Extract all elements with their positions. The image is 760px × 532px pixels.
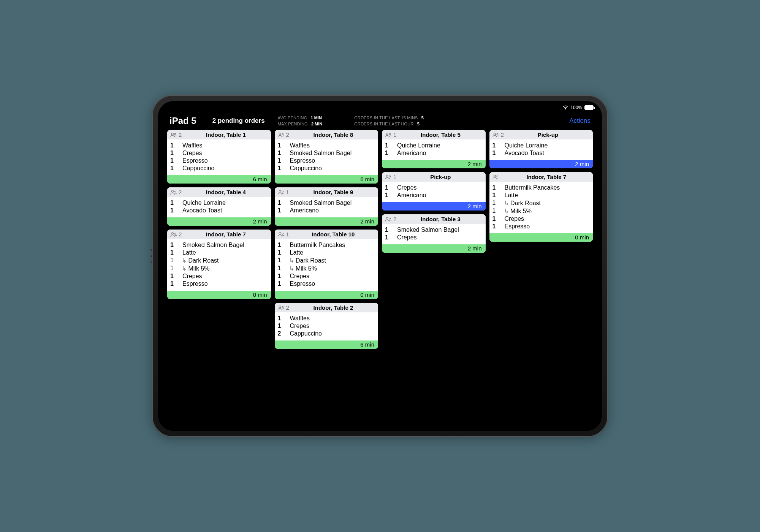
svg-point-19 [386,217,388,219]
order-line: 1 Avocado Toast [170,207,268,214]
order-card[interactable]: 2 Indoor, Table 3 1 Smoked Salmon Bagel … [382,214,486,253]
order-line-qty: 1 [278,165,286,172]
order-line: 1 Cappuccino [278,165,375,172]
people-count: 2 [179,189,182,195]
order-card[interactable]: 2 Indoor, Table 1 1 Waffles 1 Crepes 1 E… [167,130,271,184]
order-card-header: 2 Indoor, Table 2 [275,303,378,312]
order-line-qty: 1 [492,142,501,149]
order-line-name: Buttermilk Pancakes [290,242,375,249]
order-line-name: Smoked Salmon Bagel [290,150,375,157]
people-count: 1 [393,131,396,138]
order-lines: 1 Waffles 1 Crepes 1 Espresso 1 Cappucci… [167,139,271,175]
actions-button[interactable]: Actions [569,117,591,125]
app-title: iPad 5 [169,116,196,126]
order-lines: 1 Smoked Salmon Bagel 1 Americano [275,197,378,217]
order-line: 1 Espresso [170,157,268,165]
order-card-title: Indoor, Table 3 [399,216,481,222]
order-line: 1 Crepes [492,215,590,223]
svg-point-4 [174,191,176,192]
order-line-qty: 1 [492,192,501,199]
svg-point-17 [386,175,388,177]
order-lines: 1 Waffles 1 Crepes 2 Cappuccino [275,312,378,340]
order-line: 1 Cappuccino [170,165,268,172]
order-card-time: 2 min [382,160,486,168]
order-line-qty: 1 [170,165,179,172]
ios-status-bar: 100% [563,105,594,110]
order-card-title: Indoor, Table 4 [185,189,267,195]
order-line-name: Milk 5% [290,265,375,272]
order-line: 1 Milk 5% [278,264,375,272]
order-line-name: Cappuccino [290,165,375,172]
pending-summary: 2 pending orders [212,117,265,125]
order-line: 1 Latte [492,192,590,199]
order-line-name: Americano [290,207,375,214]
order-lines: 1 Quiche Lorraine 1 Avocado Toast [167,197,271,217]
order-card[interactable]: 1 Indoor, Table 10 1 Buttermilk Pancakes… [275,230,378,299]
wifi-icon [563,105,568,110]
order-lines: 1 Buttermilk Pancakes 1 Latte 1 Dark Roa… [275,239,378,291]
order-line-qty: 1 [170,200,179,206]
order-line-qty: 1 [385,226,393,233]
order-card[interactable]: 2 Indoor, Table 8 1 Waffles 1 Smoked Sal… [275,130,378,184]
order-line-name: Waffles [290,315,375,322]
order-line: 1 Dark Roast [170,256,268,264]
order-card[interactable]: 1 Indoor, Table 9 1 Smoked Salmon Bagel … [275,187,378,226]
order-line-qty: 1 [278,257,286,264]
order-line: 1 Buttermilk Pancakes [278,241,375,249]
people-icon: 2 [385,216,396,222]
order-card-title: Indoor, Table 7 [504,174,589,180]
order-line-qty: 1 [170,207,179,214]
order-line: 1 Latte [278,249,375,256]
order-card[interactable]: 2 Pick-up 1 Quiche Lorraine 1 Avocado To… [489,130,593,168]
people-count: 1 [286,189,289,195]
order-card-header: 1 Indoor, Table 10 [275,230,378,239]
order-card[interactable]: 1 Indoor, Table 5 1 Quiche Lorraine 1 Am… [382,130,486,168]
order-card[interactable]: 2 Indoor, Table 4 1 Quiche Lorraine 1 Av… [167,187,271,226]
stat-orders-hour-label: ORDERS IN THE LAST HOUR [354,122,413,126]
order-card-time: 0 min [489,233,593,242]
people-icon: 2 [170,131,182,138]
order-card[interactable]: 1 Pick-up 1 Crepes 1 Americano2 min [382,172,486,211]
stat-avg-pending-label: AVG PENDING [278,116,307,120]
svg-point-1 [171,133,173,135]
svg-point-23 [494,175,496,177]
order-line-qty: 2 [278,330,286,337]
order-line: 1 Smoked Salmon Bagel [278,149,375,157]
app-header: iPad 5 2 pending orders AVG PENDING 1 MI… [167,114,593,130]
order-line-name: Dark Roast [290,257,375,264]
order-card[interactable]: Indoor, Table 7 1 Buttermilk Pancakes 1 … [489,172,593,242]
order-line-qty: 1 [278,157,286,164]
order-line-qty: 1 [492,184,501,191]
order-line-name: Dark Roast [505,200,590,207]
order-line: 1 Waffles [278,142,375,149]
order-column: 2 Indoor, Table 8 1 Waffles 1 Smoked Sal… [275,130,378,349]
order-card-title: Indoor, Table 10 [292,231,374,238]
order-card-header: 2 Indoor, Table 8 [275,130,378,139]
stat-max-pending-label: MAX PENDING [278,122,308,126]
svg-point-20 [389,218,391,219]
order-line-qty: 1 [278,249,286,256]
order-card-time: 0 min [167,291,271,299]
order-card-header: Indoor, Table 7 [489,172,593,182]
people-icon: 2 [170,189,182,195]
order-line-qty: 1 [170,242,179,249]
order-line-qty: 1 [170,249,179,256]
order-card[interactable]: 2 Indoor, Table 7 1 Smoked Salmon Bagel … [167,230,271,299]
order-line-qty: 1 [170,157,179,164]
svg-point-22 [496,133,498,135]
order-line: 1 Smoked Salmon Bagel [278,199,375,207]
order-line-qty: 1 [170,257,179,264]
order-card-title: Pick-up [507,131,589,138]
order-line-name: Crepes [505,215,590,222]
order-card-time: 6 min [275,175,378,184]
order-line: 1 Milk 5% [492,207,590,215]
order-line-name: Waffles [182,142,268,149]
order-line-qty: 1 [170,142,179,149]
ipad-frame: 100% iPad 5 2 pending orders AVG PENDING… [152,95,608,437]
people-icon: 2 [278,304,289,311]
svg-point-6 [174,233,176,234]
order-line: 1 Quiche Lorraine [492,142,590,149]
svg-point-12 [282,233,283,234]
order-card[interactable]: 2 Indoor, Table 2 1 Waffles 1 Crepes 2 C… [275,303,378,349]
order-line-qty: 1 [170,280,179,287]
